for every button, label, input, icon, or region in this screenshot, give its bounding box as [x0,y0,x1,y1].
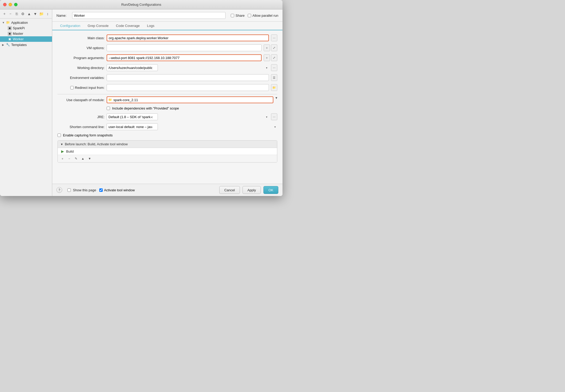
minimize-button[interactable] [9,3,12,6]
ok-button[interactable]: OK [263,186,278,194]
run-config-icon: ▣ [8,26,11,30]
main-class-browse-button[interactable]: ··· [271,34,277,41]
tab-logs[interactable]: Logs [143,22,158,30]
share-checkbox[interactable] [231,14,234,17]
working-dir-input[interactable] [107,64,158,71]
module-input[interactable] [107,96,273,103]
right-panel: Name: Share Allow parallel run Configura… [52,9,282,196]
move-down-button[interactable]: ▼ [33,11,38,17]
activate-window-checkbox[interactable] [99,188,103,192]
tabs-bar: Configuration Grep Console Code Coverage… [52,22,282,30]
shorten-cmd-arrow[interactable]: ▾ [274,125,276,128]
shorten-cmd-input[interactable] [107,123,158,130]
classpath-actions: ▾ [275,98,277,102]
program-args-expand-button[interactable]: ⤢ [271,54,277,61]
activate-window-row[interactable]: Activate tool window [99,188,135,192]
before-launch-down-button[interactable]: ▼ [87,156,92,161]
redirect-input-checkbox[interactable] [70,86,74,89]
add-config-button[interactable]: ＋ [2,11,7,17]
shorten-cmd-label: Shorten command line: [57,125,105,129]
vm-options-row: VM options: ＋ ⤢ [57,44,277,51]
shorten-cmd-select-wrap: ▾ [107,123,277,130]
arrow-icon: ▼ [2,21,6,24]
before-launch-header[interactable]: ▼ Before launch: Build, Activate tool wi… [58,141,277,148]
show-page-checkbox[interactable] [67,188,71,192]
jre-arrow[interactable]: ▾ [266,116,267,118]
vm-options-input[interactable] [107,44,262,51]
apply-button[interactable]: Apply [243,186,261,194]
tab-configuration[interactable]: Configuration [56,22,84,30]
sidebar-item-master[interactable]: ▣ Master [0,31,52,36]
sort-button[interactable]: ↕ [45,11,50,17]
before-launch-edit-button[interactable]: ✎ [73,156,79,161]
folder-icon: 📁 [6,20,10,25]
main-class-input[interactable] [107,34,269,41]
window-controls[interactable] [3,3,18,6]
working-dir-row: Working directory: ▾ ··· [57,64,277,71]
close-button[interactable] [3,3,7,6]
working-dir-browse-button[interactable]: ··· [271,64,277,71]
copy-config-button[interactable]: ⎘ [14,11,19,17]
parallel-checkbox[interactable] [248,14,251,17]
before-launch-title: Before launch: Build, Activate tool wind… [65,142,128,146]
application-label: Application [11,21,28,25]
classpath-module-label: Use classpath of module: [57,98,105,102]
before-launch-up-button[interactable]: ▲ [80,156,85,161]
sidebar-item-templates[interactable]: ▶ 🔧 Templates [0,42,52,48]
help-button[interactable]: ? [56,187,62,193]
folder-button[interactable]: 📁 [39,11,44,17]
settings-button[interactable]: ⚙ [21,11,25,17]
env-vars-label: Environment variables: [57,76,105,80]
sidebar-tree: ▼ 📁 Application ▣ SparkPi ▣ Master ▣ Wor… [0,19,52,196]
sidebar-item-sparkpi[interactable]: ▣ SparkPi [0,25,52,31]
vm-options-expand-button[interactable]: ⤢ [271,44,277,51]
env-vars-edit-button[interactable]: ☰ [271,74,277,81]
header-options: Share Allow parallel run [231,14,278,18]
name-input[interactable] [72,12,226,19]
show-page-label: Show this page [73,188,96,192]
show-page-row[interactable]: Show this page [67,188,96,192]
module-dropdown-arrow[interactable]: ▾ [275,96,277,100]
jre-input[interactable] [107,113,158,120]
bottom-left: ? [56,187,62,193]
before-launch-item-build: ▶ Build [58,148,277,155]
sidebar-item-worker[interactable]: ▣ Worker [0,36,52,42]
name-label: Name: [56,14,70,18]
include-deps-checkbox[interactable] [107,107,110,110]
before-launch-remove-button[interactable]: － [67,156,72,161]
jre-browse-button[interactable]: ··· [271,113,277,120]
tab-grep-console[interactable]: Grep Console [84,22,112,30]
remove-config-button[interactable]: － [8,11,13,17]
program-args-input[interactable] [107,54,262,61]
working-dir-arrow: ▾ [266,66,267,69]
move-up-button[interactable]: ▲ [27,11,32,17]
enable-capturing-checkbox[interactable] [57,134,61,137]
env-vars-input[interactable] [107,74,269,81]
module-wrap: 📁 [107,96,273,103]
sidebar-item-application[interactable]: ▼ 📁 Application [0,20,52,25]
enable-capturing-row: Enable capturing form snapshots [57,133,277,137]
redirect-input-row: Redirect input from: 📁 [57,84,277,91]
redirect-input-field[interactable] [107,84,269,91]
jre-select-wrap: ▾ [107,113,269,120]
redirect-input-browse-button[interactable]: 📁 [271,84,277,91]
share-label: Share [235,14,245,18]
master-label: Master [13,32,23,36]
program-args-actions: ＋ ⤢ [264,54,277,61]
maximize-button[interactable] [14,3,18,6]
before-launch-add-button[interactable]: ＋ [60,156,65,161]
cancel-button[interactable]: Cancel [219,186,240,194]
program-args-add-button[interactable]: ＋ [264,54,270,61]
before-launch-section: ▼ Before launch: Build, Activate tool wi… [57,140,277,163]
bottom-bar: ? Show this page Activate tool window Ca… [52,184,282,196]
env-vars-row: Environment variables: ☰ [57,74,277,81]
run-config-icon: ▣ [8,32,11,36]
jre-row: JRE: ▾ ··· [57,113,277,120]
share-option[interactable]: Share [231,14,245,18]
working-dir-label: Working directory: [57,66,105,70]
parallel-option[interactable]: Allow parallel run [248,14,278,18]
tab-code-coverage[interactable]: Code Coverage [112,22,143,30]
window-title: Run/Debug Configurations [121,3,161,7]
vm-options-add-button[interactable]: ＋ [264,44,270,51]
classpath-module-row: Use classpath of module: 📁 ▾ [57,96,277,103]
